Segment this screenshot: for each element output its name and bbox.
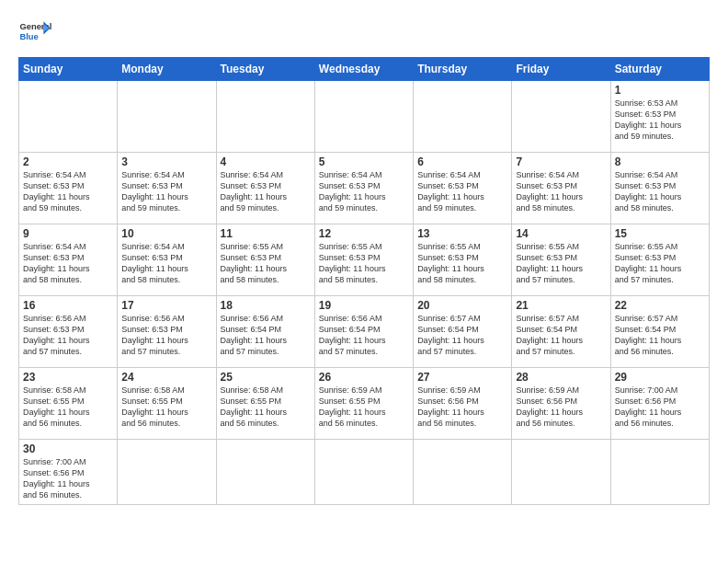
calendar-cell: 9Sunrise: 6:54 AM Sunset: 6:53 PM Daylig… <box>19 224 118 296</box>
calendar-cell: 30Sunrise: 7:00 AM Sunset: 6:56 PM Dayli… <box>19 440 118 505</box>
calendar-cell: 24Sunrise: 6:58 AM Sunset: 6:55 PM Dayli… <box>118 368 216 440</box>
cell-info: Sunrise: 6:55 AM Sunset: 6:53 PM Dayligh… <box>221 241 311 286</box>
day-number: 11 <box>221 227 311 240</box>
weekday-header-row: SundayMondayTuesdayWednesdayThursdayFrid… <box>19 58 710 81</box>
day-number: 13 <box>417 227 507 240</box>
calendar-cell: 28Sunrise: 6:59 AM Sunset: 6:56 PM Dayli… <box>512 368 610 440</box>
cell-info: Sunrise: 7:00 AM Sunset: 6:56 PM Dayligh… <box>615 385 705 430</box>
day-number: 28 <box>516 371 606 384</box>
cell-info: Sunrise: 6:56 AM Sunset: 6:54 PM Dayligh… <box>221 313 311 358</box>
cell-info: Sunrise: 6:59 AM Sunset: 6:56 PM Dayligh… <box>516 385 606 430</box>
page: General Blue SundayMondayTuesdayWednesda… <box>0 0 728 514</box>
cell-info: Sunrise: 6:54 AM Sunset: 6:53 PM Dayligh… <box>221 169 311 214</box>
calendar-cell <box>414 440 512 505</box>
calendar-cell: 23Sunrise: 6:58 AM Sunset: 6:55 PM Dayli… <box>19 368 118 440</box>
calendar-cell: 16Sunrise: 6:56 AM Sunset: 6:53 PM Dayli… <box>19 296 118 368</box>
cell-info: Sunrise: 6:57 AM Sunset: 6:54 PM Dayligh… <box>417 313 507 358</box>
calendar-cell: 7Sunrise: 6:54 AM Sunset: 6:53 PM Daylig… <box>512 153 610 224</box>
calendar: SundayMondayTuesdayWednesdayThursdayFrid… <box>18 57 710 505</box>
cell-info: Sunrise: 6:54 AM Sunset: 6:53 PM Dayligh… <box>417 169 507 214</box>
day-number: 18 <box>221 299 311 312</box>
cell-info: Sunrise: 6:58 AM Sunset: 6:55 PM Dayligh… <box>23 385 113 430</box>
calendar-cell: 11Sunrise: 6:55 AM Sunset: 6:53 PM Dayli… <box>216 224 314 296</box>
calendar-cell <box>314 440 413 505</box>
calendar-cell: 21Sunrise: 6:57 AM Sunset: 6:54 PM Dayli… <box>512 296 610 368</box>
calendar-cell <box>216 440 314 505</box>
calendar-cell: 2Sunrise: 6:54 AM Sunset: 6:53 PM Daylig… <box>19 153 118 224</box>
calendar-cell <box>512 81 610 153</box>
calendar-cell: 4Sunrise: 6:54 AM Sunset: 6:53 PM Daylig… <box>216 153 314 224</box>
calendar-cell: 13Sunrise: 6:55 AM Sunset: 6:53 PM Dayli… <box>414 224 512 296</box>
cell-info: Sunrise: 6:54 AM Sunset: 6:53 PM Dayligh… <box>121 169 211 214</box>
calendar-week-row: 23Sunrise: 6:58 AM Sunset: 6:55 PM Dayli… <box>19 368 710 440</box>
calendar-cell: 20Sunrise: 6:57 AM Sunset: 6:54 PM Dayli… <box>414 296 512 368</box>
calendar-cell <box>314 81 413 153</box>
cell-info: Sunrise: 6:57 AM Sunset: 6:54 PM Dayligh… <box>615 313 705 358</box>
cell-info: Sunrise: 6:56 AM Sunset: 6:53 PM Dayligh… <box>121 313 211 358</box>
cell-info: Sunrise: 6:54 AM Sunset: 6:53 PM Dayligh… <box>615 169 705 214</box>
weekday-header-wednesday: Wednesday <box>314 58 413 81</box>
cell-info: Sunrise: 6:55 AM Sunset: 6:53 PM Dayligh… <box>615 241 705 286</box>
cell-info: Sunrise: 6:56 AM Sunset: 6:53 PM Dayligh… <box>23 313 113 358</box>
calendar-body: 1Sunrise: 6:53 AM Sunset: 6:53 PM Daylig… <box>19 81 710 505</box>
day-number: 16 <box>23 299 113 312</box>
calendar-cell: 29Sunrise: 7:00 AM Sunset: 6:56 PM Dayli… <box>610 368 709 440</box>
day-number: 25 <box>221 371 311 384</box>
calendar-week-row: 30Sunrise: 7:00 AM Sunset: 6:56 PM Dayli… <box>19 440 710 505</box>
cell-info: Sunrise: 6:55 AM Sunset: 6:53 PM Dayligh… <box>417 241 507 286</box>
calendar-cell: 5Sunrise: 6:54 AM Sunset: 6:53 PM Daylig… <box>314 153 413 224</box>
calendar-cell: 22Sunrise: 6:57 AM Sunset: 6:54 PM Dayli… <box>610 296 709 368</box>
calendar-cell: 18Sunrise: 6:56 AM Sunset: 6:54 PM Dayli… <box>216 296 314 368</box>
cell-info: Sunrise: 6:54 AM Sunset: 6:53 PM Dayligh… <box>23 169 113 214</box>
calendar-cell: 27Sunrise: 6:59 AM Sunset: 6:56 PM Dayli… <box>414 368 512 440</box>
cell-info: Sunrise: 6:58 AM Sunset: 6:55 PM Dayligh… <box>221 385 311 430</box>
day-number: 14 <box>516 227 606 240</box>
cell-info: Sunrise: 6:54 AM Sunset: 6:53 PM Dayligh… <box>516 169 606 214</box>
cell-info: Sunrise: 6:57 AM Sunset: 6:54 PM Dayligh… <box>516 313 606 358</box>
day-number: 2 <box>23 155 113 168</box>
day-number: 15 <box>615 227 705 240</box>
cell-info: Sunrise: 6:54 AM Sunset: 6:53 PM Dayligh… <box>121 241 211 286</box>
calendar-week-row: 1Sunrise: 6:53 AM Sunset: 6:53 PM Daylig… <box>19 81 710 153</box>
cell-info: Sunrise: 6:54 AM Sunset: 6:53 PM Dayligh… <box>23 241 113 286</box>
weekday-header-monday: Monday <box>118 58 216 81</box>
calendar-cell <box>216 81 314 153</box>
calendar-cell <box>118 440 216 505</box>
calendar-cell: 19Sunrise: 6:56 AM Sunset: 6:54 PM Dayli… <box>314 296 413 368</box>
calendar-cell: 15Sunrise: 6:55 AM Sunset: 6:53 PM Dayli… <box>610 224 709 296</box>
day-number: 10 <box>121 227 211 240</box>
calendar-cell: 12Sunrise: 6:55 AM Sunset: 6:53 PM Dayli… <box>314 224 413 296</box>
calendar-cell: 8Sunrise: 6:54 AM Sunset: 6:53 PM Daylig… <box>610 153 709 224</box>
weekday-header-tuesday: Tuesday <box>216 58 314 81</box>
day-number: 22 <box>615 299 705 312</box>
day-number: 8 <box>615 155 705 168</box>
weekday-header-sunday: Sunday <box>19 58 118 81</box>
cell-info: Sunrise: 6:53 AM Sunset: 6:53 PM Dayligh… <box>615 98 705 143</box>
calendar-cell: 25Sunrise: 6:58 AM Sunset: 6:55 PM Dayli… <box>216 368 314 440</box>
calendar-week-row: 9Sunrise: 6:54 AM Sunset: 6:53 PM Daylig… <box>19 224 710 296</box>
calendar-week-row: 2Sunrise: 6:54 AM Sunset: 6:53 PM Daylig… <box>19 153 710 224</box>
logo: General Blue <box>18 15 51 48</box>
calendar-cell: 1Sunrise: 6:53 AM Sunset: 6:53 PM Daylig… <box>610 81 709 153</box>
weekday-header-friday: Friday <box>512 58 610 81</box>
header: General Blue <box>18 15 710 48</box>
cell-info: Sunrise: 7:00 AM Sunset: 6:56 PM Dayligh… <box>23 456 113 501</box>
logo-icon: General Blue <box>18 15 51 48</box>
day-number: 1 <box>615 84 705 97</box>
cell-info: Sunrise: 6:56 AM Sunset: 6:54 PM Dayligh… <box>319 313 409 358</box>
day-number: 27 <box>417 371 507 384</box>
calendar-cell: 6Sunrise: 6:54 AM Sunset: 6:53 PM Daylig… <box>414 153 512 224</box>
day-number: 5 <box>319 155 409 168</box>
svg-text:Blue: Blue <box>19 32 38 41</box>
calendar-cell: 10Sunrise: 6:54 AM Sunset: 6:53 PM Dayli… <box>118 224 216 296</box>
day-number: 17 <box>121 299 211 312</box>
weekday-header-saturday: Saturday <box>610 58 709 81</box>
day-number: 23 <box>23 371 113 384</box>
calendar-cell <box>512 440 610 505</box>
calendar-cell <box>414 81 512 153</box>
calendar-cell: 26Sunrise: 6:59 AM Sunset: 6:55 PM Dayli… <box>314 368 413 440</box>
day-number: 12 <box>319 227 409 240</box>
day-number: 7 <box>516 155 606 168</box>
day-number: 26 <box>319 371 409 384</box>
calendar-cell: 14Sunrise: 6:55 AM Sunset: 6:53 PM Dayli… <box>512 224 610 296</box>
